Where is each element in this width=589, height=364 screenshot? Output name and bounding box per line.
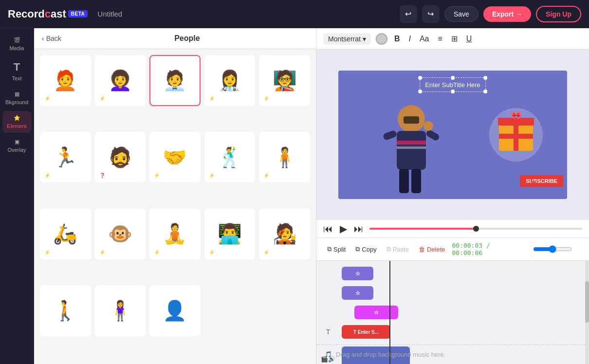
element-item-1[interactable]: 🧑‍🦰 ⚡ bbox=[40, 55, 91, 106]
progress-bar[interactable] bbox=[369, 228, 582, 230]
svg-rect-8 bbox=[399, 169, 409, 193]
sidebar-item-label: Media bbox=[10, 45, 24, 51]
zoom-controls: ⊡ ⊞ bbox=[524, 245, 581, 254]
grid-icon[interactable]: ⊞ bbox=[449, 32, 460, 45]
handle-tr[interactable] bbox=[483, 76, 487, 80]
element-item-18[interactable]: 👤 bbox=[149, 285, 201, 336]
person-emoji-6: 🏃 bbox=[53, 146, 77, 169]
align-icon[interactable]: ≡ bbox=[436, 33, 444, 45]
play-button[interactable]: ▶ bbox=[340, 223, 347, 235]
sidebar-item-label: Element bbox=[7, 123, 26, 129]
header: Recordcast BETA Untitled ↩ ↪ Save Export… bbox=[0, 0, 589, 28]
font-selector[interactable]: Montserrat ▾ bbox=[323, 33, 371, 45]
svg-point-7 bbox=[423, 121, 433, 131]
sidebar-item-element[interactable]: ⭐ Element bbox=[2, 111, 32, 133]
overlay-icon: ▣ bbox=[15, 139, 19, 145]
person-emoji-4: 👩‍⚕️ bbox=[218, 69, 242, 92]
split-icon: ⧉ bbox=[327, 245, 331, 253]
editor-toolbar: Montserrat ▾ B I Aa ≡ ⊞ U bbox=[316, 28, 589, 50]
zoom-in-button[interactable]: ⊞ bbox=[575, 245, 581, 254]
element-item-11[interactable]: 🛵 ⚡ bbox=[40, 209, 91, 260]
sidebar-item-text[interactable]: T Text bbox=[2, 57, 32, 85]
preview-area: Enter SubTitle Here bbox=[316, 50, 589, 220]
back-label: Back bbox=[46, 35, 61, 42]
clip-1a[interactable]: ☆ bbox=[342, 267, 373, 280]
element-item-17[interactable]: 🧍‍♀️ bbox=[95, 285, 146, 336]
clip-star-icon-3: ☆ bbox=[374, 309, 379, 316]
handle-tc[interactable] bbox=[451, 76, 455, 80]
clip-text[interactable]: T Enter S... bbox=[342, 325, 390, 339]
paste-button[interactable]: ⧉ Paste bbox=[384, 243, 412, 255]
color-picker[interactable] bbox=[376, 33, 387, 45]
element-item-5[interactable]: 🧑‍🏫 ⚡ bbox=[259, 55, 310, 106]
svg-rect-2 bbox=[397, 131, 426, 170]
sidebar-item-background[interactable]: ▦ Bkground bbox=[2, 87, 32, 109]
element-item-6[interactable]: 🏃 ⚡ bbox=[40, 132, 91, 183]
handle-bc[interactable] bbox=[451, 90, 455, 93]
element-item-10[interactable]: 🧍 ⚡ bbox=[259, 132, 310, 183]
track-3: ☆ bbox=[320, 304, 581, 321]
vertical-scrollbar[interactable] bbox=[585, 261, 589, 364]
bold-icon[interactable]: B bbox=[392, 33, 402, 45]
subtitle-box[interactable]: Enter SubTitle Here bbox=[420, 77, 486, 92]
person-emoji-14: 👨‍💻 bbox=[218, 222, 242, 245]
element-item-9[interactable]: 🕺 ⚡ bbox=[204, 132, 256, 183]
zoom-out-button[interactable]: ⊡ bbox=[524, 245, 530, 254]
background-icon: ▦ bbox=[15, 91, 19, 97]
element-item-12[interactable]: 🐵 ⚡ bbox=[95, 209, 146, 260]
playback-bar: ⏮ ▶ ⏭ bbox=[316, 220, 589, 237]
back-button[interactable]: ‹ Back bbox=[42, 35, 61, 42]
progress-thumb[interactable] bbox=[473, 226, 479, 232]
badge-13: ⚡ bbox=[152, 248, 161, 256]
music-drop-zone[interactable]: 🎵 Drag and drop background music here. bbox=[316, 345, 585, 364]
track-4-icon: T bbox=[320, 328, 336, 336]
undo-button[interactable]: ↩ bbox=[400, 5, 417, 23]
element-item-13[interactable]: 🧘 ⚡ bbox=[149, 209, 201, 260]
badge-12: ⚡ bbox=[98, 248, 107, 256]
clip-3a[interactable]: ☆ bbox=[354, 306, 398, 319]
copy-button[interactable]: ⧉ Copy bbox=[352, 243, 379, 255]
split-button[interactable]: ⧉ Split bbox=[324, 243, 349, 255]
delete-icon: 🗑 bbox=[419, 246, 425, 253]
element-item-16[interactable]: 🚶 bbox=[40, 285, 91, 336]
delete-button[interactable]: 🗑 Delete bbox=[416, 244, 448, 255]
character-svg bbox=[382, 92, 441, 199]
clip-2a[interactable]: ☆ bbox=[342, 286, 373, 300]
sidebar-item-media[interactable]: 🎬 Media bbox=[2, 33, 32, 55]
handle-br[interactable] bbox=[483, 90, 487, 93]
element-item-15[interactable]: 🧑‍🎤 ⚡ bbox=[259, 209, 310, 260]
element-item-14[interactable]: 👨‍💻 ⚡ bbox=[204, 209, 256, 260]
underline-icon[interactable]: U bbox=[464, 33, 474, 45]
person-emoji-17: 🧍‍♀️ bbox=[108, 299, 132, 322]
sidebar-item-overlay[interactable]: ▣ Overlay bbox=[2, 135, 32, 157]
element-item-4[interactable]: 👩‍⚕️ ⚡ bbox=[204, 55, 256, 106]
element-item-8[interactable]: 🤝 ⚡ bbox=[149, 132, 201, 183]
element-icon: ⭐ bbox=[14, 115, 20, 121]
rewind-button[interactable]: ⏮ bbox=[323, 223, 333, 235]
subscribe-badge: SUBSCRIBE bbox=[520, 175, 563, 187]
signup-button[interactable]: Sign Up bbox=[536, 6, 581, 22]
element-item-3[interactable]: 🧑‍💼 bbox=[149, 55, 201, 106]
text-size-icon[interactable]: Aa bbox=[418, 33, 431, 45]
paste-icon: ⧉ bbox=[387, 245, 391, 253]
svg-rect-9 bbox=[411, 169, 421, 193]
person-emoji-18: 👤 bbox=[163, 299, 187, 322]
redo-button[interactable]: ↪ bbox=[422, 5, 440, 23]
save-button[interactable]: Save bbox=[444, 6, 479, 22]
handle-tl[interactable] bbox=[418, 76, 422, 80]
fast-forward-button[interactable]: ⏭ bbox=[354, 223, 364, 235]
badge-2: ⚡ bbox=[98, 94, 107, 103]
export-button[interactable]: Export → bbox=[483, 6, 531, 22]
timeline-tracks: ☆ ☆ ☆ bbox=[316, 261, 585, 364]
zoom-slider[interactable] bbox=[533, 245, 572, 253]
italic-icon[interactable]: I bbox=[406, 33, 412, 45]
badge-7: ❓ bbox=[98, 171, 107, 180]
panel-header: ‹ Back People bbox=[34, 28, 316, 49]
copy-icon: ⧉ bbox=[355, 245, 360, 253]
project-title[interactable]: Untitled bbox=[97, 10, 122, 18]
person-emoji-8: 🤝 bbox=[163, 146, 187, 169]
element-item-2[interactable]: 👩‍🦱 ⚡ bbox=[95, 55, 146, 106]
gift-circle: 🎀 bbox=[489, 108, 543, 162]
scrollbar-thumb[interactable] bbox=[585, 281, 589, 323]
element-item-7[interactable]: 🧔 ❓ bbox=[95, 132, 146, 183]
